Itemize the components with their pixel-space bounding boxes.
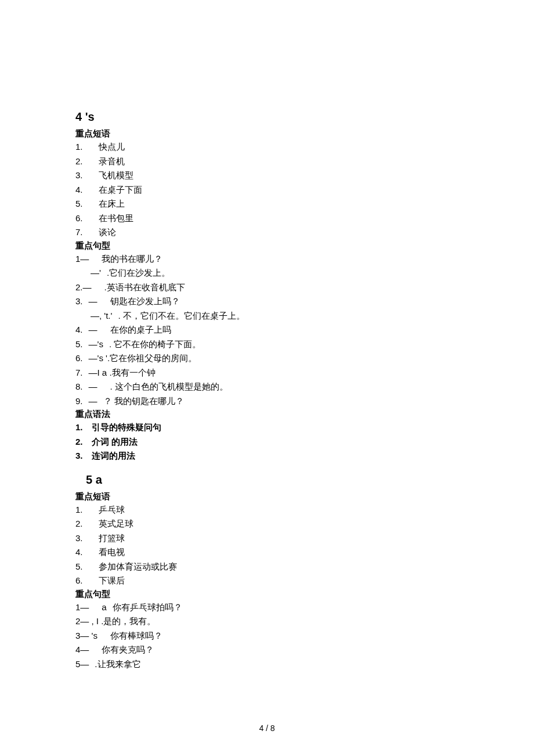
unit5-sentence-4: 4—你有夹克吗？ [75, 643, 459, 657]
unit4-sentence-1b: —'.它们在沙发上。 [75, 267, 459, 280]
unit4-sentence-7: 7.—I a .我有一个钟 [75, 366, 459, 380]
unit5-phrase-3: 3.打篮球 [75, 532, 459, 545]
unit4-phrase-1: 1.快点儿 [75, 141, 459, 154]
unit5-phrase-4: 4.看电视 [75, 546, 459, 559]
unit4-header: 4 's [75, 110, 459, 124]
unit4-sentence-6: 6.—'s '.它在你祖父母的房间。 [75, 352, 459, 365]
unit4-sentences-label: 重点句型 [75, 240, 459, 251]
unit5-phrases-label: 重点短语 [75, 491, 459, 502]
unit5-phrase-1: 1.乒乓球 [75, 503, 459, 517]
unit4-phrases-label: 重点短语 [75, 128, 459, 139]
unit5-sentence-3: 3— 's你有棒球吗？ [75, 629, 459, 643]
unit4-phrase-4: 4.在桌子下面 [75, 183, 459, 197]
unit5-header: 5 a [75, 473, 459, 487]
unit4-sentence-5: 5.—'s. 它不在你的椅子下面。 [75, 338, 459, 351]
unit4-phrase-3: 3.飞机模型 [75, 169, 459, 182]
unit5-phrase-6: 6.下课后 [75, 574, 459, 588]
unit4-sentence-9: 9.—？ 我的钥匙在哪儿？ [75, 395, 459, 408]
unit4-phrase-5: 5.在床上 [75, 197, 459, 211]
unit5-sentence-1: 1—a你有乒乓球拍吗？ [75, 601, 459, 614]
unit4-grammar-2: 2.介词 的用法 [75, 435, 459, 449]
unit5-sentences-label: 重点句型 [75, 589, 459, 600]
unit5-phrase-5: 5.参加体育运动或比赛 [75, 560, 459, 574]
unit4-phrase-6: 6.在书包里 [75, 212, 459, 225]
unit4-sentence-2: 2.—.英语书在收音机底下 [75, 281, 459, 294]
page-footer: 4 / 8 [0, 723, 534, 733]
unit4-phrase-2: 2.录音机 [75, 155, 459, 168]
unit4-sentence-8: 8.—. 这个白色的飞机模型是她的。 [75, 380, 459, 394]
unit4-sentence-3: 3.—钥匙在沙发上吗？ [75, 295, 459, 308]
unit4-phrase-7: 7.谈论 [75, 226, 459, 239]
unit5-sentence-5: 5—.让我来拿它 [75, 658, 459, 671]
unit4-sentence-4: 4.—在你的桌子上吗 [75, 323, 459, 337]
unit5-sentence-2: 2— , I .是的，我有。 [75, 615, 459, 628]
unit4-sentence-3b: —, 't.'. 不，它们不在。它们在桌子上。 [75, 309, 459, 323]
unit5-phrase-2: 2.英式足球 [75, 517, 459, 531]
unit4-grammar-3: 3.连词的用法 [75, 449, 459, 463]
unit4-grammar-label: 重点语法 [75, 409, 459, 420]
document-page: 4 's 重点短语 1.快点儿 2.录音机 3.飞机模型 4.在桌子下面 5.在… [0, 0, 534, 756]
unit4-sentence-1: 1—我的书在哪儿？ [75, 253, 459, 266]
unit4-grammar-1: 1.引导的特殊疑问句 [75, 421, 459, 434]
